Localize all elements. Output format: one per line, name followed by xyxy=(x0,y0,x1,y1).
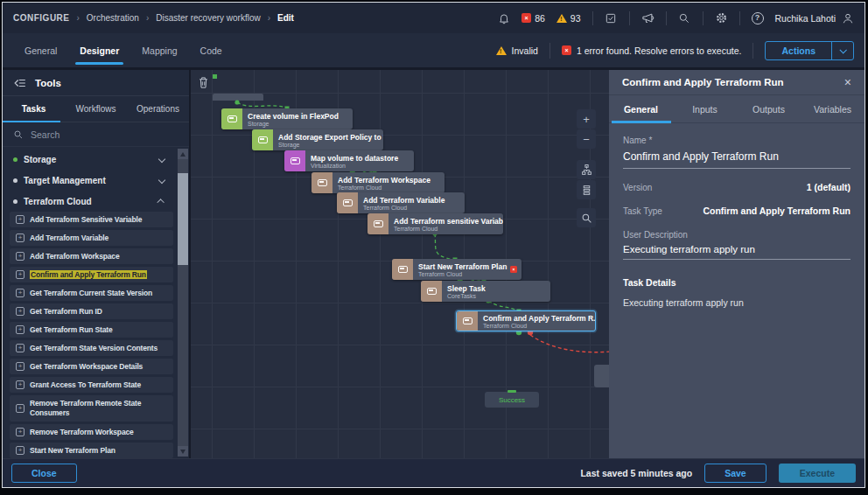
workflow-canvas[interactable]: Create volume in FlexPodStorageAdd Stora… xyxy=(191,70,609,458)
task-item[interactable]: +Add Terraform Variable xyxy=(10,230,173,246)
add-task-icon: + xyxy=(16,380,24,389)
canvas-search-icon[interactable] xyxy=(577,208,596,227)
task-item-label: Remove Terraform Remote State Consumers xyxy=(30,399,170,418)
task-item[interactable]: +Confirm and Apply Terraform Run xyxy=(10,267,173,282)
close-button[interactable]: Close xyxy=(11,464,77,483)
actions-dropdown-button[interactable] xyxy=(831,42,853,59)
bell-icon[interactable] xyxy=(497,11,510,24)
breadcrumb-item[interactable]: Disaster recovery workflow xyxy=(156,13,260,23)
tools-tab-tasks[interactable]: Tasks xyxy=(3,104,65,114)
chevron-down-icon xyxy=(839,46,846,53)
scrollbar-thumb[interactable] xyxy=(178,173,188,265)
zoom-in-button[interactable]: + xyxy=(577,109,596,129)
save-button[interactable]: Save xyxy=(704,464,766,483)
breadcrumb-item[interactable]: Edit xyxy=(277,13,294,23)
panel-tab-general[interactable]: General xyxy=(609,104,673,115)
task-glyph xyxy=(427,288,437,295)
execute-button[interactable]: Execute xyxy=(779,464,856,483)
node-title: Sleep Task xyxy=(447,284,486,293)
panel-tab-variables[interactable]: Variables xyxy=(801,104,864,115)
trash-icon[interactable] xyxy=(198,76,209,93)
workflow-node[interactable]: Add Storage Export Policy to V...Storage xyxy=(252,129,383,150)
category-dot xyxy=(13,157,18,162)
tools-search[interactable]: Search xyxy=(3,122,189,147)
panel-tab-inputs[interactable]: Inputs xyxy=(673,104,737,115)
task-item-label: Get Terraform Run ID xyxy=(30,307,102,316)
tab-mapping[interactable]: Mapping xyxy=(130,33,188,67)
workflow-node[interactable]: Add Terraform VariableTerraform Cloud xyxy=(337,192,465,213)
node-title: Add Terraform Variable xyxy=(363,196,444,205)
user-menu[interactable]: Ruchika Lahoti xyxy=(775,11,854,24)
task-item[interactable]: +Get Terraform Current State Version xyxy=(10,285,173,301)
workflow-node[interactable]: Confirm and Apply Terraform R...Terrafor… xyxy=(456,310,596,331)
scroll-up-button[interactable] xyxy=(178,149,188,159)
critical-alerts[interactable]: × 86 xyxy=(522,13,545,24)
breadcrumb-item[interactable]: CONFIGURE xyxy=(13,13,70,23)
breadcrumb-item[interactable]: Orchestration xyxy=(87,13,139,23)
task-glyph xyxy=(343,199,353,206)
workflow-node[interactable]: Add Terraform sensitive VariableTerrafor… xyxy=(368,213,503,234)
divider xyxy=(703,11,704,25)
actions-button[interactable]: Actions xyxy=(766,42,831,59)
node-body: Add Terraform sensitive VariableTerrafor… xyxy=(388,213,503,234)
task-type-icon xyxy=(284,150,305,171)
task-glyph xyxy=(258,136,268,143)
tools-tab-operations[interactable]: Operations xyxy=(127,104,189,114)
tools-tab-workflows[interactable]: Workflows xyxy=(65,104,127,114)
close-icon[interactable]: × xyxy=(844,76,851,88)
tab-general[interactable]: General xyxy=(13,33,68,67)
workflow-node[interactable]: Add Terraform WorkspaceTerraform Cloud xyxy=(312,172,444,193)
active-tab-underline xyxy=(3,121,60,123)
workflow-node[interactable]: Sleep TaskCoreTasks xyxy=(421,281,550,302)
task-item[interactable]: +Add Terraform Workspace xyxy=(10,248,173,264)
workflow-node[interactable]: Create volume in FlexPodStorage xyxy=(221,108,353,129)
panel-tab-outputs[interactable]: Outputs xyxy=(737,104,801,115)
chevron-down-icon xyxy=(158,177,165,184)
workflow-node-partial-top[interactable] xyxy=(213,94,263,101)
auto-layout-icon[interactable] xyxy=(577,160,596,179)
category-storage[interactable]: Storage xyxy=(3,149,175,170)
search-icon[interactable] xyxy=(678,11,691,24)
task-item[interactable]: +Add Terraform Sensitive Variable xyxy=(10,212,173,227)
task-item[interactable]: +Get Terraform Workspace Details xyxy=(10,359,173,374)
scrollbar[interactable] xyxy=(178,149,188,457)
stack-layout-icon[interactable] xyxy=(577,180,596,199)
collapse-panel-icon[interactable] xyxy=(13,76,26,89)
name-label: Name * xyxy=(623,136,850,145)
workflow-node[interactable]: Map volume to datastoreVirtualization xyxy=(284,150,414,171)
announcements-icon[interactable] xyxy=(641,11,654,24)
task-item[interactable]: +Remove Terraform Workspace xyxy=(10,424,173,440)
workflow-node[interactable]: Start New Terraform PlanTerraform Cloud× xyxy=(392,259,522,280)
add-task-icon: + xyxy=(16,325,24,334)
task-item-label: Get Terraform Run State xyxy=(30,325,113,334)
add-task-icon: + xyxy=(16,428,24,436)
help-icon[interactable]: ? xyxy=(752,12,764,24)
node-body: Create volume in FlexPodStorage xyxy=(242,108,344,129)
category-terraform-cloud[interactable]: Terraform Cloud xyxy=(3,191,175,212)
workflow-node-partial-right[interactable] xyxy=(594,365,609,387)
task-item[interactable]: +Grant Access To Terraform State xyxy=(10,377,173,393)
task-type-value: Confirm and Apply Terraform Run xyxy=(703,206,850,216)
task-item[interactable]: +Get Terraform Run State xyxy=(10,322,173,338)
requests-icon[interactable] xyxy=(605,11,618,24)
scroll-down-button[interactable] xyxy=(178,446,188,457)
node-subtitle: Terraform Cloud xyxy=(338,185,430,191)
task-type-label: Task Type xyxy=(623,206,662,216)
user-description-field[interactable]: Executing terraform apply run xyxy=(623,244,850,260)
task-item-label: Get Terraform State Version Contents xyxy=(30,344,158,352)
node-title: Add Terraform Workspace xyxy=(338,176,430,185)
actions-split-button: Actions xyxy=(765,41,854,60)
tab-designer[interactable]: Designer xyxy=(68,33,130,67)
category-target-management[interactable]: Target Management xyxy=(3,170,175,191)
warning-alerts[interactable]: 93 xyxy=(556,13,581,24)
success-node[interactable]: Success xyxy=(485,392,539,408)
task-item[interactable]: +Get Terraform State Version Contents xyxy=(10,340,173,356)
task-item[interactable]: +Start New Terraform Plan xyxy=(10,443,173,458)
zoom-out-button[interactable]: − xyxy=(577,129,596,149)
name-field[interactable]: Confirm and Apply Terraform Run xyxy=(623,150,850,169)
task-item[interactable]: +Get Terraform Run ID xyxy=(10,303,173,319)
gear-icon[interactable] xyxy=(715,11,728,24)
category-dot xyxy=(13,178,18,183)
tab-code[interactable]: Code xyxy=(189,33,234,67)
task-item[interactable]: +Remove Terraform Remote State Consumers xyxy=(10,395,173,422)
